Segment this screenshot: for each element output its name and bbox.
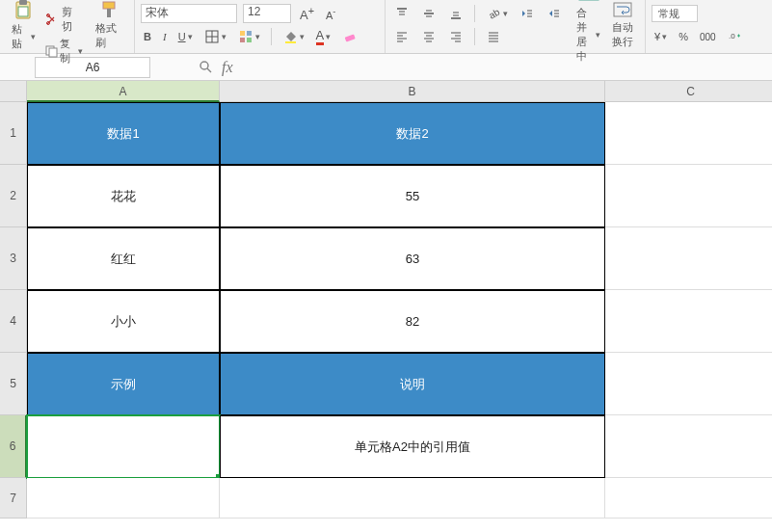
cell-B3[interactable]: 63 [220, 227, 605, 290]
paste-button[interactable]: 粘贴▾ [6, 2, 41, 48]
cell-B6[interactable]: 单元格A2中的引用值 [220, 415, 605, 478]
orientation-button[interactable]: ab▾ [483, 5, 511, 22]
wrap-label: 自动换行 [612, 20, 633, 49]
indent-inc-button[interactable] [517, 5, 538, 22]
bold-button[interactable]: B [141, 30, 154, 43]
ribbon-group-font: 宋体 12 A+ A- B I U▾ ▾ ▾ ▾ A▾ [135, 0, 386, 53]
cell-B4[interactable]: 82 [220, 290, 605, 353]
chevron-down-icon: ▾ [596, 30, 600, 40]
column-header-B[interactable]: B [220, 81, 605, 102]
format-painter-button[interactable]: 格式刷 [90, 2, 128, 48]
row-header-2[interactable]: 2 [0, 165, 27, 227]
align-justify-button[interactable] [483, 28, 504, 45]
cell-C5[interactable] [605, 353, 772, 415]
align-middle-button[interactable] [418, 5, 439, 22]
align-center-icon [421, 29, 437, 44]
ribbon-group-clipboard: 粘贴▾ 剪切 复制 ▾ 格式刷 [0, 0, 135, 53]
formula-bar: A6 fx [0, 54, 772, 81]
cell-A6[interactable] [27, 415, 220, 478]
decrease-font-button[interactable]: A- [323, 6, 338, 22]
cell-A1[interactable]: 数据1 [27, 102, 220, 165]
wrap-text-button[interactable]: 自动换行 [606, 2, 639, 48]
comma-button[interactable]: 000 [697, 31, 719, 43]
chevron-down-icon: ▾ [662, 32, 667, 41]
ribbon-group-number: 常规 ¥▾ % 000 .0 [646, 0, 771, 53]
merge-center-button[interactable]: 合并居中▾ [571, 2, 606, 48]
copy-button[interactable]: 复制 ▾ [41, 36, 86, 66]
increase-font-button[interactable]: A+ [297, 4, 317, 23]
align-top-button[interactable] [391, 5, 413, 22]
column-header-C[interactable]: C [605, 81, 772, 102]
select-all-corner[interactable] [0, 81, 27, 102]
cut-button[interactable]: 剪切 [41, 4, 86, 35]
row-header-4[interactable]: 4 [0, 290, 27, 353]
font-color-button[interactable]: A▾ [313, 27, 334, 46]
cell-A4[interactable]: 小小 [27, 290, 220, 353]
svg-rect-13 [247, 31, 252, 36]
align-left-button[interactable] [391, 28, 413, 45]
cell-B1[interactable]: 数据2 [220, 102, 605, 165]
cell-B2[interactable]: 55 [220, 165, 605, 227]
column-header-A[interactable]: A [27, 81, 220, 102]
font-size-value: 12 [248, 5, 260, 18]
grid-icon [238, 29, 253, 44]
align-center-button[interactable] [418, 28, 439, 45]
cell-C4[interactable] [605, 290, 772, 353]
cell-A5[interactable]: 示例 [27, 353, 220, 415]
copy-icon [44, 43, 58, 59]
row-header-6[interactable]: 6 [0, 415, 27, 478]
font-color-icon: A [316, 28, 325, 45]
chevron-down-icon: ▾ [300, 32, 305, 41]
font-name-value: 宋体 [146, 6, 169, 19]
copy-label: 复制 [60, 37, 76, 66]
row-header-7[interactable]: 7 [0, 478, 27, 519]
cell-C2[interactable] [605, 165, 772, 227]
indent-dec-button[interactable] [544, 5, 565, 22]
number-format-value: 常规 [658, 7, 679, 21]
borders-button[interactable]: ▾ [201, 28, 229, 45]
cell-C3[interactable] [605, 227, 772, 290]
cell-B5[interactable]: 说明 [220, 353, 605, 415]
cell-style-button[interactable]: ▾ [235, 28, 263, 45]
number-format-select[interactable]: 常规 [652, 5, 698, 22]
merge-icon [578, 0, 599, 4]
fill-color-button[interactable]: ▾ [280, 28, 307, 45]
svg-rect-7 [103, 2, 115, 9]
italic-button[interactable]: I [160, 30, 170, 43]
search-icon[interactable] [199, 60, 214, 75]
align-justify-icon [486, 29, 501, 44]
font-name-combo[interactable]: 宋体 [141, 4, 237, 23]
cell-C1[interactable] [605, 102, 772, 165]
cell-C6[interactable] [605, 415, 772, 478]
cell-B7[interactable] [220, 478, 605, 519]
clear-format-button[interactable] [339, 28, 360, 45]
chevron-down-icon: ▾ [503, 9, 508, 18]
sheet: 1234567 ABC 数据1数据2花花55红红63小小82示例说明单元格A2中… [0, 81, 772, 519]
font-size-combo[interactable]: 12 [243, 4, 291, 23]
row-header-5[interactable]: 5 [0, 353, 27, 415]
cell-C7[interactable] [605, 478, 772, 519]
cell-A2[interactable]: 花花 [27, 165, 220, 227]
svg-rect-6 [49, 48, 57, 57]
italic-icon: I [163, 31, 167, 42]
cell-A3[interactable]: 红红 [27, 227, 220, 290]
align-left-icon [394, 29, 410, 44]
row-header-1[interactable]: 1 [0, 102, 27, 165]
currency-button[interactable]: ¥▾ [652, 30, 670, 43]
increase-font-icon: A+ [300, 5, 314, 22]
ribbon-group-alignment: ab▾ 合并居中▾ [386, 0, 646, 53]
svg-rect-15 [247, 38, 252, 42]
formula-input[interactable] [233, 57, 772, 78]
align-bottom-button[interactable] [445, 5, 466, 22]
svg-rect-17 [345, 34, 356, 41]
underline-button[interactable]: U▾ [175, 30, 196, 43]
cell-A7[interactable] [27, 478, 220, 519]
align-right-button[interactable] [445, 28, 466, 45]
fx-icon[interactable]: fx [222, 59, 233, 76]
row-header-3[interactable]: 3 [0, 227, 27, 290]
percent-button[interactable]: % [676, 30, 691, 43]
percent-icon: % [679, 31, 688, 42]
decimal-inc-button[interactable]: .0 [725, 28, 746, 45]
orientation-icon: ab [486, 6, 501, 21]
wrap-icon [612, 1, 633, 18]
